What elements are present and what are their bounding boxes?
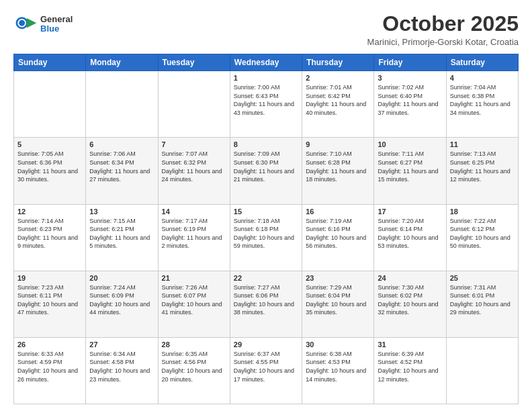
calendar-cell: 19Sunrise: 7:23 AMSunset: 6:11 PMDayligh… [14,271,86,337]
calendar-cell [14,71,86,138]
calendar-week-3: 12Sunrise: 7:14 AMSunset: 6:23 PMDayligh… [14,204,519,271]
calendar-cell: 7Sunrise: 7:07 AMSunset: 6:32 PMDaylight… [158,138,230,204]
day-info: Sunrise: 6:35 AMSunset: 4:56 PMDaylight:… [162,350,226,383]
day-number: 1 [234,74,298,82]
calendar-cell: 8Sunrise: 7:09 AMSunset: 6:30 PMDaylight… [230,138,302,204]
day-info: Sunrise: 7:02 AMSunset: 6:40 PMDaylight:… [378,83,442,117]
day-info: Sunrise: 7:11 AMSunset: 6:27 PMDaylight:… [378,150,442,183]
calendar-cell: 28Sunrise: 6:35 AMSunset: 4:56 PMDayligh… [158,337,230,404]
calendar-cell: 23Sunrise: 7:29 AMSunset: 6:04 PMDayligh… [302,271,374,337]
day-info: Sunrise: 7:05 AMSunset: 6:36 PMDaylight:… [17,150,82,183]
day-number: 13 [89,208,154,216]
calendar-cell: 31Sunrise: 6:39 AMSunset: 4:52 PMDayligh… [374,337,446,404]
calendar-cell: 24Sunrise: 7:30 AMSunset: 6:02 PMDayligh… [374,271,446,337]
day-info: Sunrise: 7:13 AMSunset: 6:25 PMDaylight:… [450,150,515,183]
day-number: 17 [378,208,442,216]
logo-icon [13,12,38,36]
day-info: Sunrise: 7:10 AMSunset: 6:28 PMDaylight:… [306,150,370,183]
day-info: Sunrise: 7:09 AMSunset: 6:30 PMDaylight:… [234,150,298,183]
day-number: 28 [162,340,226,349]
calendar-cell: 12Sunrise: 7:14 AMSunset: 6:23 PMDayligh… [14,204,86,271]
day-number: 2 [306,74,370,82]
calendar-cell: 16Sunrise: 7:19 AMSunset: 6:16 PMDayligh… [302,204,374,271]
col-saturday: Saturday [446,54,518,71]
day-number: 24 [378,274,442,282]
day-number: 21 [162,274,226,282]
day-number: 18 [450,208,515,216]
col-monday: Monday [86,54,158,71]
col-sunday: Sunday [14,54,86,71]
calendar-cell: 27Sunrise: 6:34 AMSunset: 4:58 PMDayligh… [86,337,158,404]
day-number: 25 [450,274,515,282]
calendar-cell: 17Sunrise: 7:20 AMSunset: 6:14 PMDayligh… [374,204,446,271]
col-tuesday: Tuesday [158,54,230,71]
day-info: Sunrise: 7:30 AMSunset: 6:02 PMDaylight:… [378,283,442,317]
col-wednesday: Wednesday [230,54,302,71]
day-number: 8 [234,140,298,148]
day-number: 9 [306,140,370,148]
col-thursday: Thursday [302,54,374,71]
day-info: Sunrise: 7:23 AMSunset: 6:11 PMDaylight:… [17,283,82,317]
day-info: Sunrise: 7:31 AMSunset: 6:01 PMDaylight:… [450,283,515,317]
day-info: Sunrise: 6:34 AMSunset: 4:58 PMDaylight:… [89,350,154,383]
location: Marinici, Primorje-Gorski Kotar, Croatia [367,37,519,47]
logo: General Blue [13,12,73,36]
day-info: Sunrise: 7:07 AMSunset: 6:32 PMDaylight:… [162,150,226,183]
day-number: 15 [234,208,298,216]
day-info: Sunrise: 7:27 AMSunset: 6:06 PMDaylight:… [234,283,298,317]
day-info: Sunrise: 7:17 AMSunset: 6:19 PMDaylight:… [162,217,226,250]
day-number: 10 [378,140,442,148]
day-info: Sunrise: 7:18 AMSunset: 6:18 PMDaylight:… [234,217,298,250]
day-info: Sunrise: 7:24 AMSunset: 6:09 PMDaylight:… [89,283,154,317]
calendar-cell: 26Sunrise: 6:33 AMSunset: 4:59 PMDayligh… [14,337,86,404]
day-number: 7 [162,140,226,148]
logo-blue-text: Blue [40,24,73,34]
day-info: Sunrise: 7:19 AMSunset: 6:16 PMDaylight:… [306,217,370,250]
calendar-week-2: 5Sunrise: 7:05 AMSunset: 6:36 PMDaylight… [14,138,519,204]
day-number: 29 [234,340,298,349]
day-number: 6 [89,140,154,148]
calendar-cell [158,71,230,138]
day-info: Sunrise: 7:15 AMSunset: 6:21 PMDaylight:… [89,217,154,250]
month-title: October 2025 [367,12,519,36]
day-info: Sunrise: 6:33 AMSunset: 4:59 PMDaylight:… [17,350,82,383]
calendar-cell: 25Sunrise: 7:31 AMSunset: 6:01 PMDayligh… [446,271,518,337]
day-info: Sunrise: 7:01 AMSunset: 6:42 PMDaylight:… [306,83,370,117]
svg-point-2 [19,20,25,26]
day-info: Sunrise: 6:38 AMSunset: 4:53 PMDaylight:… [306,350,370,383]
day-number: 14 [162,208,226,216]
day-number: 11 [450,140,515,148]
day-number: 22 [234,274,298,282]
day-info: Sunrise: 7:29 AMSunset: 6:04 PMDaylight:… [306,283,370,317]
day-number: 3 [378,74,442,82]
day-number: 12 [17,208,82,216]
calendar-cell: 21Sunrise: 7:26 AMSunset: 6:07 PMDayligh… [158,271,230,337]
calendar-cell: 9Sunrise: 7:10 AMSunset: 6:28 PMDaylight… [302,138,374,204]
day-info: Sunrise: 7:22 AMSunset: 6:12 PMDaylight:… [450,217,515,250]
page: General Blue October 2025 Marinici, Prim… [0,0,532,411]
calendar-week-4: 19Sunrise: 7:23 AMSunset: 6:11 PMDayligh… [14,271,519,337]
calendar-cell: 18Sunrise: 7:22 AMSunset: 6:12 PMDayligh… [446,204,518,271]
day-info: Sunrise: 7:06 AMSunset: 6:34 PMDaylight:… [89,150,154,183]
calendar-cell: 3Sunrise: 7:02 AMSunset: 6:40 PMDaylight… [374,71,446,138]
calendar-week-1: 1Sunrise: 7:00 AMSunset: 6:43 PMDaylight… [14,71,519,138]
title-block: October 2025 Marinici, Primorje-Gorski K… [367,12,519,47]
day-info: Sunrise: 7:14 AMSunset: 6:23 PMDaylight:… [17,217,82,250]
day-info: Sunrise: 7:04 AMSunset: 6:38 PMDaylight:… [450,83,515,117]
day-number: 31 [378,340,442,349]
day-info: Sunrise: 6:37 AMSunset: 4:55 PMDaylight:… [234,350,298,383]
day-number: 19 [17,274,82,282]
day-number: 23 [306,274,370,282]
svg-marker-3 [27,18,36,28]
day-number: 26 [17,340,82,349]
col-friday: Friday [374,54,446,71]
calendar-cell: 22Sunrise: 7:27 AMSunset: 6:06 PMDayligh… [230,271,302,337]
calendar-cell: 15Sunrise: 7:18 AMSunset: 6:18 PMDayligh… [230,204,302,271]
day-number: 27 [89,340,154,349]
calendar-cell: 13Sunrise: 7:15 AMSunset: 6:21 PMDayligh… [86,204,158,271]
calendar-cell: 11Sunrise: 7:13 AMSunset: 6:25 PMDayligh… [446,138,518,204]
calendar-week-5: 26Sunrise: 6:33 AMSunset: 4:59 PMDayligh… [14,337,519,404]
calendar-cell [446,337,518,404]
calendar-header-row: Sunday Monday Tuesday Wednesday Thursday… [14,54,519,71]
day-info: Sunrise: 7:26 AMSunset: 6:07 PMDaylight:… [162,283,226,317]
